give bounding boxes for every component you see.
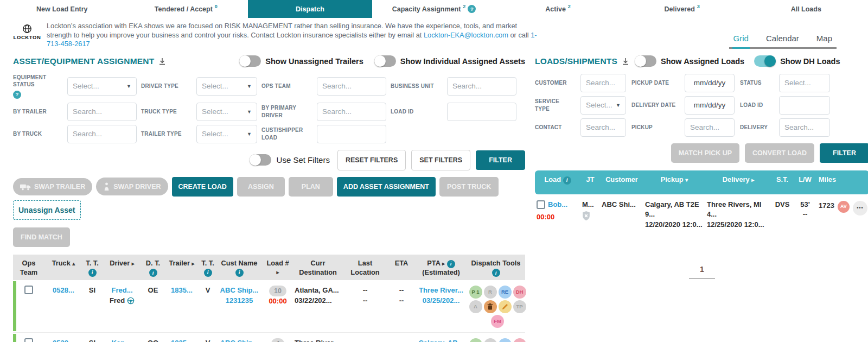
pta-link[interactable]: Calgary, AB... [418,339,463,342]
col-pta[interactable]: PTA ▸ i(Estimated) [416,259,467,277]
tool-a-button[interactable]: A [469,300,482,313]
tab-capacity-assignment[interactable]: Capacity Assignment2? [372,0,496,18]
tab-delivered[interactable]: Delivered3 [620,0,744,18]
col-driver[interactable]: Driver ▸ [102,259,142,277]
swap-driver-button[interactable]: SWAP DRIVER [96,178,168,195]
tool-r-button[interactable]: R [484,338,497,342]
unassign-asset-button[interactable]: Unassign Asset [13,200,81,220]
filter-button[interactable]: FILTER [476,150,525,170]
post-truck-button[interactable]: POST TRUCK [439,177,499,197]
tab-active[interactable]: Active2 [496,0,620,18]
load-id-input[interactable] [447,103,516,121]
cust-shipper-load-input[interactable] [317,125,386,143]
view-grid[interactable]: Grid [732,31,750,49]
cust-ref[interactable]: 1231235 [226,296,253,305]
delivery-date-input[interactable] [685,96,735,115]
col-delivery[interactable]: Delivery ▸ [705,175,771,185]
page-number[interactable]: 1 [535,265,868,274]
by-trailer-input[interactable] [67,103,137,121]
equipment-status-select[interactable]: Select...▼ [67,77,137,96]
create-load-button[interactable]: CREATE LOAD [172,177,233,197]
trash-icon[interactable] [484,300,497,313]
tool-dh-button[interactable]: DH [513,286,526,299]
help-icon[interactable]: ? [13,91,21,99]
assign-button[interactable]: ASSIGN [237,177,285,197]
customer-input[interactable] [580,74,626,92]
tool-re-button[interactable]: RE [499,338,512,342]
info-icon[interactable]: i [447,260,455,268]
col-truck[interactable]: Truck ▴ [44,259,82,277]
show-unassigned-trailers-toggle[interactable] [239,55,261,67]
status-select[interactable]: Select... [779,74,830,92]
pta-link[interactable]: Three River... [419,286,463,294]
truck-link[interactable]: 0528... [53,286,74,294]
tool-re-button[interactable]: RE [499,286,512,299]
trailer-link[interactable]: 1835... [171,286,193,294]
row-checkbox[interactable] [24,286,33,294]
cust-name-link[interactable]: ABC Ship... [220,339,259,342]
set-filters-button[interactable]: SET FILTERS [411,150,470,170]
export-icon[interactable] [158,58,166,65]
driver-type-select[interactable]: Select...▼ [196,77,257,96]
match-pick-up-button[interactable]: MATCH PICK UP [671,143,739,163]
tool-tp-button[interactable]: TP [513,300,526,313]
swap-trailer-button[interactable]: SWAP TRAILER [13,178,92,195]
tab-all-loads[interactable]: All Loads [744,0,868,18]
view-calendar[interactable]: Calendar [765,31,800,47]
show-assigned-loads-toggle[interactable] [635,55,656,67]
convert-load-button[interactable]: CONVERT LOAD [745,143,814,163]
tool-fm-button[interactable]: FM [491,315,504,328]
reset-filters-button[interactable]: RESET FILTERS [337,150,406,170]
row-checkbox[interactable] [24,338,33,342]
col-trailer[interactable]: Trailer ▸ [164,259,200,277]
trailer-link[interactable]: 1835... [171,339,193,342]
driver-link[interactable]: Fred... [111,286,132,294]
add-asset-assignment-button[interactable]: ADD ASSET ASSIGNMENT [337,177,436,197]
lockton-email-link[interactable]: Lockton-EKA@lockton.com [424,31,508,39]
info-icon[interactable]: i [88,269,97,277]
view-map[interactable]: Map [815,31,833,47]
by-primary-driver-input[interactable] [317,103,386,121]
col-load[interactable]: Load #▸ [263,259,293,277]
info-icon[interactable]: i [563,176,571,185]
trailer-type-select[interactable]: Select...▼ [196,125,257,143]
info-icon[interactable]: i [204,269,212,277]
business-unit-input[interactable] [447,77,516,96]
find-match-button[interactable]: FIND MATCH [13,227,70,247]
pickup-input[interactable] [685,118,735,137]
service-type-select[interactable]: Select...▼ [580,96,626,115]
delivery-input[interactable] [779,118,830,137]
ops-team-input[interactable] [317,77,386,96]
contact-input[interactable] [580,118,626,137]
by-truck-input[interactable] [67,125,137,143]
tab-new-load-entry[interactable]: New Load Entry [0,0,124,18]
show-individual-assets-toggle[interactable] [374,55,396,67]
tool-r-button[interactable]: R [484,286,497,299]
load-id-input[interactable] [779,96,830,115]
tab-tendered-accept[interactable]: Tendered / Accept0 [124,0,248,18]
help-icon[interactable]: ? [468,5,476,13]
cust-name-link[interactable]: ABC Ship... [220,286,259,294]
pickup-date-input[interactable] [685,74,735,92]
tab-dispatch[interactable]: Dispatch [248,0,372,18]
tool-dh-button[interactable]: DH [513,338,526,342]
info-icon[interactable]: i [492,269,500,277]
driver-link[interactable]: Ken ... [111,339,132,342]
truck-type-select[interactable]: Select...▼ [196,103,257,121]
truck-link[interactable]: 0528... [53,339,74,342]
more-options-button[interactable]: ••• [853,201,867,216]
tool-p1-button[interactable]: P 1 [469,286,482,299]
load-link[interactable]: Bob... [548,200,567,210]
export-icon[interactable] [622,58,629,65]
pta-date-link[interactable]: 03/25/202... [423,296,460,305]
info-icon[interactable]: i [235,269,244,277]
info-icon[interactable]: i [149,269,157,277]
use-set-filters-toggle[interactable] [250,154,271,166]
row-checkbox[interactable] [537,200,545,209]
show-dh-loads-toggle[interactable] [754,55,776,67]
tool-p1-button[interactable]: P 1 [469,338,482,342]
plan-button[interactable]: PLAN [289,177,333,197]
pencil-icon[interactable] [499,300,512,313]
filter-button[interactable]: FILTER [820,143,868,163]
col-pickup[interactable]: Pickup ▾ [643,175,705,185]
